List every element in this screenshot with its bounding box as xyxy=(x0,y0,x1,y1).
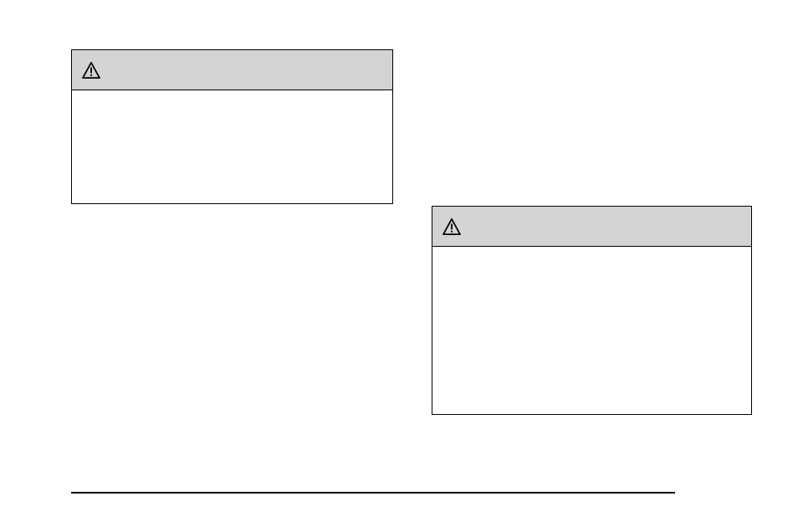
caution-body xyxy=(432,247,751,267)
svg-point-5 xyxy=(451,230,453,232)
svg-point-2 xyxy=(90,74,92,75)
caution-body xyxy=(72,90,392,110)
warning-icon xyxy=(82,62,100,79)
caution-header xyxy=(432,207,751,247)
warning-icon xyxy=(442,218,461,235)
caution-box-right xyxy=(432,206,752,415)
footer-divider xyxy=(71,492,675,494)
caution-header xyxy=(72,50,392,90)
caution-box-left xyxy=(71,49,393,204)
